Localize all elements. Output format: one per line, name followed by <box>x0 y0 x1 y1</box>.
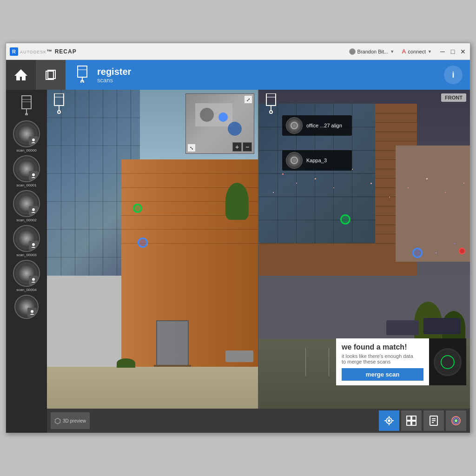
scan-thumbnail-0[interactable] <box>13 120 40 147</box>
scan-circle-1 <box>286 117 303 134</box>
home-icon <box>13 67 28 82</box>
pages-button[interactable] <box>36 60 66 90</box>
svg-rect-3 <box>78 66 87 77</box>
match-visual-circle <box>434 348 462 376</box>
align-point-green-right[interactable] <box>340 214 350 225</box>
sidebar-item[interactable]: scan_00002 <box>13 190 40 222</box>
scan-badge-2 <box>29 206 38 215</box>
scan-thumbnail-2[interactable] <box>13 190 40 217</box>
front-badge: FRONT <box>441 93 466 102</box>
tool-1-icon <box>383 415 395 426</box>
sidebar: scan_00000 scan_00001 scan_00002 <box>6 90 47 433</box>
scan-badge-1 <box>29 171 38 180</box>
maximize-button[interactable]: □ <box>450 48 456 55</box>
sidebar-register-icon <box>13 93 40 117</box>
scan-overlay-label-2: Kappa_3 <box>306 158 327 163</box>
tree-left <box>225 183 249 220</box>
recap-r-icon: R <box>10 47 18 56</box>
scan-thumbnail-4[interactable] <box>13 260 40 287</box>
app-title: AUTODESK™ RECAP <box>20 48 77 55</box>
tool-button-4[interactable] <box>446 410 466 431</box>
minimap-zoom-out[interactable]: − <box>243 142 252 152</box>
sidebar-item[interactable] <box>14 295 39 319</box>
scan-thumbnail-5[interactable] <box>14 295 39 319</box>
match-visual-inner <box>441 355 455 369</box>
small-building-right <box>396 145 470 262</box>
info-button[interactable]: i <box>444 66 463 84</box>
scan-label-1: scan_00001 <box>16 183 37 187</box>
scan-thumbnail-1[interactable] <box>13 155 40 182</box>
svg-point-15 <box>32 243 35 246</box>
minimap[interactable]: ⤢ ⤡ + − <box>185 93 254 154</box>
svg-rect-32 <box>407 416 411 420</box>
scan-label-3: scan_00003 <box>16 253 37 257</box>
svg-point-17 <box>31 310 33 313</box>
scan-label-2: scan_00002 <box>16 218 37 222</box>
svg-rect-7 <box>22 96 31 109</box>
svg-rect-18 <box>54 93 64 106</box>
scan-badge-5 <box>27 308 37 317</box>
main-content: scan_00000 scan_00001 scan_00002 <box>6 90 470 433</box>
connect-label: connect <box>408 49 426 54</box>
preview-3d-button[interactable]: ⬡ 3D preview <box>51 412 90 429</box>
match-popup: we found a match! it looks like there's … <box>336 338 466 385</box>
tool-button-2[interactable] <box>401 410 422 431</box>
scan-thumbnail-3[interactable] <box>13 225 40 252</box>
tool-button-3[interactable] <box>423 410 444 431</box>
door-left <box>156 320 189 367</box>
align-point-blue-left[interactable] <box>138 238 148 248</box>
align-point-red-right[interactable] <box>459 248 465 254</box>
scan-badge-0 <box>29 136 38 145</box>
panel-left[interactable]: ⤢ ⤡ + − <box>47 90 259 409</box>
sidebar-item[interactable]: scan_00004 <box>13 260 40 292</box>
sidebar-item[interactable]: scan_00000 <box>13 120 40 152</box>
sidebar-item[interactable]: scan_00001 <box>13 155 40 187</box>
register-section: register scans <box>66 64 444 86</box>
scan-overlay-2[interactable]: Kappa_3 <box>282 150 352 171</box>
minimap-expand-button[interactable]: ⤢ <box>245 96 252 103</box>
car-right-2 <box>386 320 419 335</box>
user-dropdown-arrow[interactable]: ▼ <box>390 49 394 54</box>
user-icon <box>349 48 356 55</box>
shrub <box>117 358 135 368</box>
bottom-toolbar: ⬡ 3D preview <box>47 409 470 433</box>
connect-arrow[interactable]: ▼ <box>428 49 432 54</box>
preview-3d-label: 3D preview <box>63 418 86 423</box>
svg-point-42 <box>455 419 457 422</box>
user-menu[interactable]: Brandon Bit... ▼ <box>349 48 395 55</box>
match-popup-visual <box>429 338 466 385</box>
register-scan-icon <box>73 64 92 83</box>
svg-point-14 <box>32 208 35 211</box>
svg-marker-0 <box>14 69 27 80</box>
panel-right[interactable]: FRONT office ...27 align <box>259 90 470 409</box>
match-subtitle: it looks like there's enough datato merg… <box>342 353 423 364</box>
svg-point-24 <box>270 111 272 113</box>
tool-4-icon <box>450 415 462 426</box>
car-right-1 <box>423 318 461 334</box>
minimap-zoom-in[interactable]: + <box>232 142 242 152</box>
pages-icon <box>44 68 57 81</box>
minimize-button[interactable]: ─ <box>439 48 446 55</box>
tool-3-icon <box>428 415 439 426</box>
scan-indicator-left <box>51 93 67 116</box>
svg-point-27 <box>388 420 390 422</box>
sidebar-item[interactable]: scan_00003 <box>13 225 40 257</box>
window-controls: ─ □ ✕ <box>439 48 466 55</box>
register-icon <box>73 64 92 86</box>
connect-menu[interactable]: A connect ▼ <box>402 48 432 55</box>
align-point-blue-right[interactable] <box>412 248 423 258</box>
scan-overlay-1[interactable]: office ...27 align <box>282 115 352 136</box>
close-button[interactable]: ✕ <box>460 48 466 55</box>
align-point-green-left[interactable] <box>133 204 142 213</box>
minimap-collapse-button[interactable]: ⤡ <box>188 144 195 152</box>
tool-button-1[interactable] <box>379 410 399 431</box>
scan-badge-4 <box>29 276 38 285</box>
split-view: ⤢ ⤡ + − <box>47 90 470 433</box>
scan-badge-3 <box>29 241 38 250</box>
merge-scan-button[interactable]: merge scan <box>342 368 423 381</box>
title-bar: R AUTODESK™ RECAP Brandon Bit... ▼ A con… <box>6 43 470 60</box>
scan-circle-2 <box>286 152 303 169</box>
home-button[interactable] <box>6 60 36 90</box>
main-toolbar: register scans i <box>6 60 470 90</box>
svg-rect-33 <box>412 416 416 420</box>
